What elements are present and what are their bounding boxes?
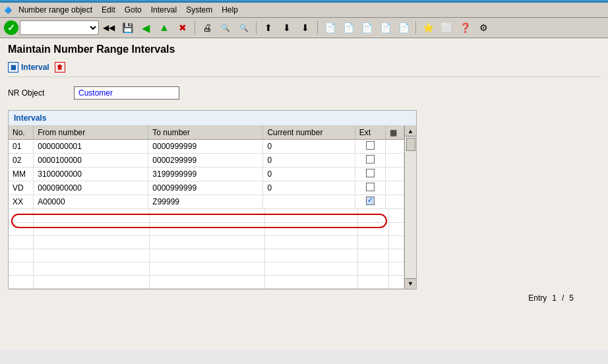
entry-current: 1	[552, 293, 557, 303]
column-settings-icon[interactable]: ▦	[390, 128, 397, 137]
scroll-thumb[interactable]	[406, 138, 415, 151]
col-header-icon: ▦	[386, 126, 404, 140]
col-header-ext: Ext	[355, 126, 385, 140]
find-next-button[interactable]: 🔍	[235, 20, 253, 36]
ext-checkbox[interactable]	[366, 183, 375, 191]
empty-row	[9, 249, 404, 262]
find-button[interactable]: 🔍	[217, 20, 234, 36]
entry-separator: /	[562, 293, 564, 303]
doc3-icon: 📄	[361, 22, 373, 33]
cell-ext[interactable]	[355, 154, 385, 167]
find-next-icon: 🔍	[239, 24, 249, 32]
ext-checkbox[interactable]	[366, 169, 375, 177]
menu-edit[interactable]: Edit	[98, 4, 119, 16]
separator-2	[256, 21, 257, 34]
settings-button[interactable]: ⚙	[475, 20, 492, 36]
scrollbar: ▲ ▼	[404, 126, 416, 289]
intervals-table: No. From number To number Current number…	[9, 126, 404, 209]
confirm-button[interactable]: ✓	[4, 20, 18, 35]
menu-help[interactable]: Help	[218, 4, 242, 16]
cell-current: 0	[263, 154, 355, 167]
table-row[interactable]: XXA00000Z99999✓	[9, 195, 404, 209]
col-header-no: No.	[9, 126, 34, 140]
empty-row	[9, 222, 404, 235]
up-button[interactable]: ▲	[156, 20, 173, 36]
cancel-button[interactable]: ✖	[174, 20, 191, 36]
ext-checkbox[interactable]: ✓	[366, 197, 375, 205]
doc2-button[interactable]: 📄	[340, 20, 357, 36]
interval-action-label: Interval	[21, 63, 49, 72]
nav-down-button[interactable]: ⬇	[278, 20, 295, 36]
menu-number-range-object[interactable]: Number range object	[15, 4, 96, 16]
scroll-up-button[interactable]: ▲	[405, 126, 416, 136]
cell-ext[interactable]: ✓	[355, 195, 385, 209]
cell-ext[interactable]	[355, 167, 385, 181]
separator-1	[195, 21, 195, 34]
first-page-icon: ◀◀	[103, 23, 115, 32]
cell-no: 01	[9, 140, 34, 154]
empty-row	[9, 275, 404, 288]
toolbar: ✓ ◀◀ 💾 ◀ ▲ ✖ 🖨 🔍 🔍 ⬆ ⬇ ⬇ 📄 📄 📄 📄	[0, 18, 608, 38]
empty-row	[9, 262, 404, 275]
cell-last	[386, 140, 404, 154]
layout-icon: ⬜	[441, 22, 452, 33]
find-icon: 🔍	[221, 24, 230, 32]
cell-from: 3100000000	[34, 167, 148, 181]
delete-action-button[interactable]: 🗑	[55, 62, 68, 73]
col-header-current: Current number	[263, 126, 355, 140]
bookmark-button[interactable]: ⭐	[419, 20, 437, 36]
cell-to: Z99999	[148, 195, 263, 209]
cell-no: XX	[9, 195, 34, 209]
cell-no: VD	[9, 181, 34, 195]
help-button[interactable]: ❓	[456, 20, 473, 36]
ext-checkbox[interactable]	[366, 141, 375, 150]
table-row[interactable]: 01000000000100009999990	[9, 140, 404, 154]
back-button[interactable]: ◀	[137, 20, 154, 36]
first-page-button[interactable]: ◀◀	[100, 20, 117, 36]
nav-down2-icon: ⬇	[301, 22, 309, 33]
menu-system[interactable]: System	[182, 4, 216, 16]
table-row[interactable]: VD000090000000009999990	[9, 181, 404, 195]
cell-from: 0000100000	[34, 154, 148, 167]
ext-checkbox[interactable]	[366, 155, 375, 164]
table-wrapper: No. From number To number Current number…	[9, 126, 404, 289]
cell-from: 0000900000	[34, 181, 148, 195]
save-button[interactable]: 💾	[119, 20, 136, 36]
nr-object-row: NR Object Customer	[8, 86, 600, 100]
layout-button[interactable]: ⬜	[438, 20, 455, 36]
print-button[interactable]: 🖨	[198, 20, 216, 36]
doc5-button[interactable]: 📄	[395, 20, 412, 36]
scroll-down-button[interactable]: ▼	[405, 278, 416, 289]
cell-current: 0	[263, 167, 355, 181]
cell-current: 0	[263, 181, 355, 195]
cell-last	[386, 167, 404, 181]
menu-bar: 🔷 Number range object Edit Goto Interval…	[0, 3, 608, 18]
entry-label: Entry	[528, 293, 547, 303]
doc5-icon: 📄	[398, 22, 410, 33]
doc2-icon: 📄	[343, 22, 354, 33]
cell-last	[386, 195, 404, 209]
menu-goto[interactable]: Goto	[121, 4, 146, 16]
nav-up-button[interactable]: ⬆	[260, 20, 277, 36]
col-header-from: From number	[34, 126, 148, 140]
doc4-icon: 📄	[380, 22, 391, 33]
cell-ext[interactable]	[355, 181, 385, 195]
menu-interval[interactable]: Interval	[147, 4, 181, 16]
nr-object-value: Customer	[74, 86, 179, 100]
doc1-button[interactable]: 📄	[321, 20, 338, 36]
table-row[interactable]: MM310000000031999999990	[9, 167, 404, 181]
cell-to: 0000999999	[148, 140, 263, 154]
nav-down2-button[interactable]: ⬇	[297, 20, 314, 36]
cell-ext[interactable]	[355, 140, 385, 154]
doc3-button[interactable]: 📄	[358, 20, 375, 36]
intervals-title: Intervals	[9, 111, 416, 126]
table-header-row: No. From number To number Current number…	[9, 126, 404, 140]
doc4-button[interactable]: 📄	[377, 20, 394, 36]
settings-icon: ⚙	[479, 22, 488, 33]
nav-up-icon: ⬆	[264, 22, 272, 33]
cell-no: 02	[9, 154, 34, 167]
toolbar-combo[interactable]	[20, 20, 99, 35]
interval-action-button[interactable]: ▦ Interval	[8, 62, 49, 73]
cell-from: A00000	[34, 195, 148, 209]
table-row[interactable]: 02000010000000002999990	[9, 154, 404, 167]
